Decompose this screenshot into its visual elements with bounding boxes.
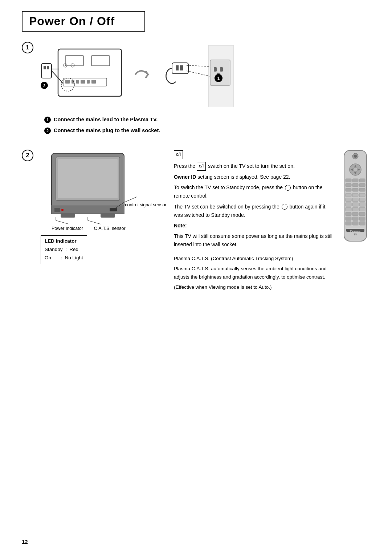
section1-arrow	[134, 64, 155, 89]
cats-info: Plasma C.A.T.S. (Contrast Automatic Trac…	[174, 255, 335, 291]
svg-rect-80	[352, 217, 358, 220]
led-on-value: No Light	[65, 255, 83, 260]
page-number-bar: 12	[22, 537, 370, 545]
switch-label-row: o/I	[174, 150, 184, 159]
svg-rect-82	[346, 222, 351, 225]
svg-line-25	[187, 71, 210, 76]
cats-full: Plasma C.A.T.S. (Contrast Automatic Trac…	[174, 255, 335, 263]
svg-rect-28	[180, 65, 183, 70]
svg-rect-56	[352, 179, 358, 182]
svg-rect-79	[346, 217, 351, 220]
svg-rect-77	[352, 212, 358, 216]
section2-left: Power Indicator C.A.T.S. sensor Remote c…	[41, 150, 167, 264]
svg-rect-73	[346, 207, 351, 211]
cats-desc1: Plasma C.A.T.S. automatically senses the…	[174, 265, 335, 281]
svg-rect-13	[91, 80, 96, 84]
svg-rect-65	[352, 193, 358, 197]
svg-rect-74	[352, 207, 358, 211]
svg-rect-58	[346, 183, 351, 187]
svg-rect-33	[58, 159, 118, 198]
svg-text:2: 2	[43, 84, 45, 88]
svg-text:1: 1	[217, 76, 220, 81]
svg-point-38	[61, 209, 64, 211]
remote-btn-icon2	[282, 204, 287, 210]
step2-badge: 2	[44, 127, 51, 134]
svg-rect-2	[47, 66, 49, 69]
led-standby-row: Standby : Red	[45, 246, 83, 254]
step1-badge: 1	[44, 117, 51, 123]
svg-point-50	[353, 167, 358, 172]
section2-top: o/I Press the o/I switch on the TV set t…	[174, 150, 370, 293]
page-title-bar: Power On / Off	[22, 11, 145, 32]
svg-rect-8	[65, 80, 70, 84]
switch-icon-inline: o/I	[197, 162, 206, 171]
svg-rect-75	[359, 207, 365, 211]
section1-number: 1	[22, 42, 33, 53]
svg-rect-68	[352, 198, 358, 202]
tv-back-diagram: 2	[41, 45, 124, 107]
svg-rect-60	[359, 183, 365, 187]
svg-rect-78	[359, 212, 365, 216]
section2: 2	[22, 150, 370, 293]
section2-number: 2	[22, 150, 33, 161]
svg-rect-70	[346, 203, 351, 206]
svg-rect-35	[61, 213, 75, 218]
svg-rect-64	[346, 193, 351, 197]
svg-rect-84	[359, 222, 365, 225]
standby-instruction: To switch the TV set to Standby mode, pr…	[174, 183, 335, 200]
svg-point-48	[354, 155, 357, 158]
svg-rect-67	[346, 198, 351, 202]
svg-rect-63	[359, 188, 365, 191]
cats-desc2: (Effective when Viewing mode is set to A…	[174, 283, 335, 291]
svg-rect-5	[65, 56, 83, 66]
svg-line-45	[124, 197, 137, 202]
svg-rect-59	[352, 183, 358, 187]
note-label: Note:	[174, 222, 335, 230]
svg-rect-10	[76, 80, 79, 84]
svg-rect-22	[220, 67, 223, 72]
section1-content: 2	[41, 42, 237, 137]
svg-rect-27	[176, 65, 179, 70]
switch-on-instruction: The TV set can be switched on by pressin…	[174, 203, 335, 219]
svg-rect-72	[359, 203, 365, 206]
remote-btn-icon1	[285, 185, 291, 191]
svg-text:Panasonic: Panasonic	[350, 230, 360, 232]
led-on-label: On	[45, 255, 51, 260]
svg-text:TV: TV	[354, 233, 357, 236]
section1-diagrams: 2	[41, 45, 237, 107]
led-on-row: On : No Light	[45, 254, 83, 262]
svg-rect-1	[44, 66, 46, 69]
svg-line-24	[187, 65, 210, 66]
svg-rect-11	[81, 80, 85, 84]
svg-rect-57	[359, 179, 365, 182]
svg-rect-62	[352, 188, 358, 191]
led-standby-label: Standby	[45, 247, 63, 252]
svg-rect-69	[359, 198, 365, 202]
svg-rect-81	[359, 217, 365, 220]
svg-line-43	[88, 220, 101, 224]
tv-front-diagram	[41, 150, 121, 230]
svg-rect-36	[101, 213, 115, 218]
svg-rect-66	[359, 193, 365, 197]
led-indicator-box: LED Indicator Standby : Red On : No Ligh…	[41, 235, 87, 264]
power-switch-icon: o/I	[174, 150, 183, 159]
page-number: 12	[22, 539, 28, 545]
section1: 1	[22, 42, 370, 137]
press-instruction: Press the o/I switch on the TV set to tu…	[174, 162, 335, 171]
section2-text-block: o/I Press the o/I switch on the TV set t…	[174, 150, 335, 293]
wall-socket-diagram: 1	[165, 45, 237, 107]
svg-rect-76	[346, 212, 351, 216]
svg-rect-55	[346, 179, 351, 182]
svg-rect-0	[41, 64, 52, 78]
svg-rect-71	[352, 203, 358, 206]
svg-rect-21	[214, 67, 217, 72]
section2-right: o/I Press the o/I switch on the TV set t…	[174, 150, 370, 293]
svg-rect-37	[54, 208, 60, 212]
led-standby-value: Red	[69, 247, 78, 252]
owner-id-text: Owner ID setting screen is displayed. Se…	[174, 173, 335, 181]
svg-rect-83	[352, 222, 358, 225]
remote-diagram: Panasonic TV	[341, 150, 370, 247]
svg-line-41	[56, 220, 69, 224]
step1-label: Connect the mains lead to the Plasma TV.	[54, 117, 158, 122]
svg-point-15	[71, 64, 74, 67]
